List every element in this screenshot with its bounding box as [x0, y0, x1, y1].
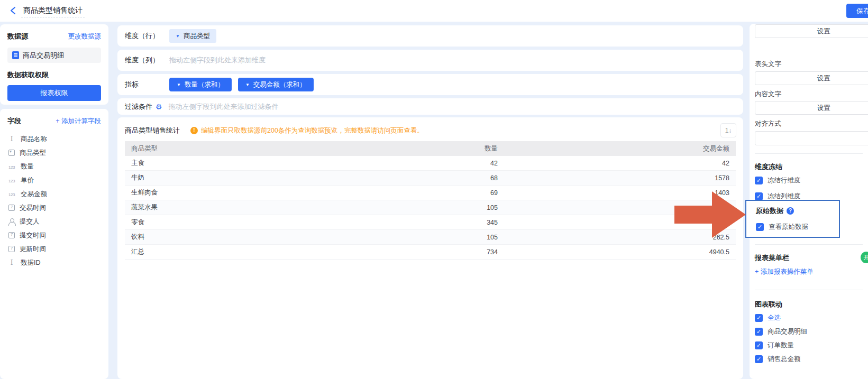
pivot-table: 商品类型 数量 交易金额 主食 42 42 牛奶 68 1578 生鲜肉食 — [125, 141, 736, 260]
table-preview-card: 商品类型销售统计 ! 编辑界面只取数据源前200条作为查询数据预览，完整数据请访… — [117, 117, 743, 379]
field-item[interactable]: 数据ID — [7, 256, 101, 270]
number-icon — [7, 178, 16, 183]
document-icon — [12, 51, 19, 59]
raw-data-title: 原始数据 — [756, 206, 783, 216]
field-item[interactable]: 提交人 — [7, 215, 101, 228]
field-item[interactable]: 单价 — [7, 173, 101, 187]
linkage-checkbox-row[interactable]: ✓ 订单数量 — [755, 341, 807, 349]
table-row: 生鲜肉食 69 1403 — [125, 186, 736, 200]
text-icon — [7, 136, 16, 142]
checkbox-checked-icon[interactable]: ✓ — [755, 314, 763, 322]
view-raw-data-checkbox-row[interactable]: ✓ 查看原始数据 — [756, 223, 839, 231]
report-permission-button[interactable]: 报表权限 — [7, 85, 101, 101]
preview-notice: ! 编辑界面只取数据源前200条作为查询数据预览，完整数据请访问页面查看。 — [190, 126, 424, 135]
table-row: 零食 345 — [125, 215, 736, 230]
column-header: 商品类型 — [125, 144, 358, 153]
help-icon[interactable]: ? — [787, 207, 794, 215]
person-icon — [8, 218, 15, 225]
chart-linkage-title: 图表联动 — [755, 300, 782, 309]
datasource-item[interactable]: 商品交易明细 — [7, 48, 101, 63]
checkbox-checked-icon[interactable]: ✓ — [755, 341, 763, 349]
freeze-section-title: 维度冻结 — [755, 162, 782, 172]
table-row: 蔬菜水果 105 735 — [125, 200, 736, 215]
field-item[interactable]: 交易时间 — [7, 201, 101, 215]
field-item[interactable]: 交易金额 — [7, 187, 101, 201]
permission-label: 数据获取权限 — [7, 70, 101, 80]
field-item[interactable]: 数量 — [7, 160, 101, 173]
add-calc-field-link[interactable]: + 添加计算字段 — [56, 117, 101, 126]
number-icon — [7, 164, 16, 170]
chart-linkage-options: ✓ 全选 ✓ 商品交易明细 ✓ 订单数量 ✓ 销售总金额 — [755, 313, 807, 368]
view-raw-data-label: 查看原始数据 — [769, 223, 808, 232]
field-item[interactable]: 更新时间 — [7, 242, 101, 256]
topbar: 商品类型销售统计 保存 — [0, 0, 868, 22]
metric-tag-amount[interactable]: ▼ 交易金额（求和） — [238, 78, 314, 91]
add-report-menu-link[interactable]: + 添加报表操作菜单 — [755, 267, 814, 276]
field-item[interactable]: 商品类型 — [7, 146, 101, 160]
table-row: 主食 42 42 — [125, 156, 736, 171]
gear-icon[interactable]: ⚙ — [156, 103, 162, 110]
divider — [755, 290, 863, 290]
column-header: 数量 — [358, 144, 504, 153]
content-text-setting-button[interactable]: 设置 — [755, 101, 868, 115]
header-text-label: 表头文字 — [755, 60, 781, 69]
checkbox-checked-icon[interactable]: ✓ — [755, 192, 763, 200]
checkbox-checked-icon[interactable]: ✓ — [755, 177, 763, 184]
metric-label: 指标 — [125, 80, 163, 89]
row-dimension-tag[interactable]: ▼ 商品类型 — [169, 29, 216, 43]
warning-icon: ! — [190, 127, 198, 134]
row-dimension-label: 维度（行） — [125, 31, 163, 41]
content-text-label: 内容文字 — [755, 90, 781, 99]
fields-label: 字段 — [7, 116, 21, 126]
linkage-checkbox-row[interactable]: ✓ 商品交易明细 — [755, 327, 807, 336]
text-icon — [7, 260, 16, 266]
checkbox-checked-icon[interactable]: ✓ — [756, 223, 764, 231]
freeze-options: ✓ 冻结行维度 ✓ 冻结列维度 — [755, 176, 801, 200]
linkage-checkbox-row[interactable]: ✓ 销售总金额 — [755, 355, 807, 363]
field-item[interactable]: 提交时间 — [7, 228, 101, 242]
table-title: 商品类型销售统计 — [125, 126, 180, 135]
linkage-checkbox-row[interactable]: ✓ 全选 — [755, 313, 807, 322]
row-dimension-zone: 维度（行） ▼ 商品类型 — [117, 25, 743, 47]
style-setting-button[interactable]: 设置 — [755, 24, 868, 38]
fields-panel: 字段 + 添加计算字段 商品名称 商品类型 数量 单价 — [0, 109, 108, 379]
chevron-down-icon: ▼ — [245, 82, 250, 87]
page-title[interactable]: 商品类型销售统计 — [21, 6, 85, 17]
col-dimension-placeholder: 拖动左侧字段到此处来添加维度 — [169, 56, 266, 65]
number-icon — [7, 191, 16, 197]
header-text-setting-button[interactable]: 设置 — [755, 71, 868, 85]
col-dimension-label: 维度（列） — [125, 56, 163, 65]
date-icon — [8, 232, 15, 238]
checkbox-checked-icon[interactable]: ✓ — [755, 328, 763, 336]
chevron-down-icon: ▼ — [176, 34, 180, 39]
table-row: 汇总 734 4940.5 — [125, 245, 736, 260]
col-dimension-zone[interactable]: 维度（列） 拖动左侧字段到此处来添加维度 — [117, 50, 743, 71]
divider — [755, 153, 863, 154]
field-list: 商品名称 商品类型 数量 单价 交易金额 — [7, 132, 101, 270]
checkbox-checked-icon[interactable]: ✓ — [755, 355, 763, 363]
datasource-name: 商品交易明细 — [23, 51, 64, 60]
align-select[interactable] — [755, 131, 868, 145]
back-icon[interactable] — [8, 6, 18, 15]
datasource-label: 数据源 — [7, 32, 28, 41]
filter-label: 过滤条件 — [125, 102, 152, 112]
save-button[interactable]: 保存 — [846, 4, 868, 18]
field-item[interactable]: 商品名称 — [7, 132, 101, 146]
filter-placeholder: 拖动左侧字段到此处来添加过滤条件 — [169, 102, 279, 112]
datasource-panel: 数据源 更改数据源 商品交易明细 数据获取权限 报表权限 — [0, 24, 108, 105]
freeze-checkbox-row[interactable]: ✓ 冻结列维度 — [755, 192, 801, 200]
metric-tag-quantity[interactable]: ▼ 数量（求和） — [169, 78, 232, 91]
align-label: 对齐方式 — [755, 119, 781, 128]
chevron-down-icon: ▼ — [177, 82, 181, 87]
column-header: 交易金额 — [504, 144, 736, 153]
table-body: 主食 42 42 牛奶 68 1578 生鲜肉食 69 1403 蔬菜 — [125, 156, 736, 260]
table-row: 饮料 105 262.5 — [125, 230, 736, 245]
date-icon — [8, 246, 15, 252]
settings-panel: 设置 表头文字 设置 内容文字 设置 对齐方式 维度冻结 ✓ 冻结行维度 ✓ 冻… — [750, 24, 868, 379]
filter-zone[interactable]: 过滤条件 ⚙ 拖动左侧字段到此处来添加过滤条件 — [117, 98, 743, 115]
freeze-checkbox-row[interactable]: ✓ 冻结行维度 — [755, 176, 801, 184]
change-datasource-link[interactable]: 更改数据源 — [68, 32, 102, 41]
sort-order-icon[interactable]: 1↓ — [720, 123, 736, 137]
toggle-on-switch[interactable]: 开 — [861, 252, 868, 263]
metric-zone: 指标 ▼ 数量（求和） ▼ 交易金额（求和） — [117, 74, 743, 95]
